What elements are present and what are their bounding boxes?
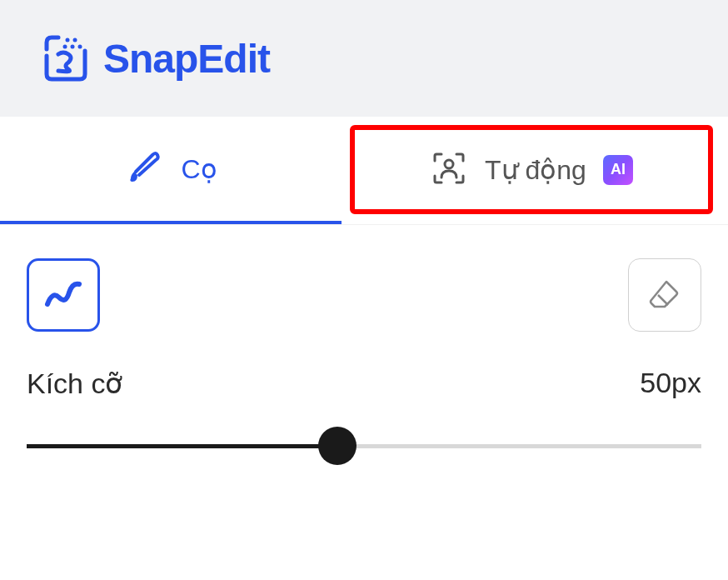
brush-icon	[124, 148, 162, 190]
size-control: Kích cỡ 50px	[0, 332, 728, 467]
app-name: SnapEdit	[103, 36, 270, 82]
app-logo[interactable]: SnapEdit	[40, 32, 270, 84]
svg-point-1	[73, 38, 77, 42]
size-label: Kích cỡ	[27, 367, 122, 400]
eraser-icon	[646, 275, 683, 315]
erase-tool-button[interactable]	[628, 258, 701, 332]
slider-fill	[27, 444, 337, 448]
svg-point-2	[63, 45, 67, 49]
tab-auto-label: Tự động	[485, 154, 586, 186]
tool-selector	[0, 225, 728, 332]
slider-track	[27, 444, 701, 448]
mode-tabs: Cọ Tự động AI	[0, 117, 728, 225]
app-header: SnapEdit	[0, 0, 728, 117]
tab-auto[interactable]: Tự động AI	[350, 125, 713, 214]
draw-tool-button[interactable]	[27, 258, 100, 332]
size-slider[interactable]	[27, 425, 701, 467]
ai-badge: AI	[603, 155, 633, 185]
tab-brush-label: Cọ	[181, 153, 217, 185]
svg-point-5	[445, 160, 453, 168]
svg-point-0	[66, 38, 70, 42]
tab-brush[interactable]: Cọ	[0, 117, 342, 224]
squiggle-icon	[41, 271, 86, 319]
size-value: 50px	[640, 367, 701, 400]
size-labels: Kích cỡ 50px	[27, 367, 701, 400]
detect-icon	[430, 149, 468, 191]
svg-point-3	[71, 45, 75, 49]
slider-thumb[interactable]	[318, 427, 357, 465]
snapedit-logo-icon	[40, 32, 92, 84]
svg-point-4	[78, 45, 82, 49]
